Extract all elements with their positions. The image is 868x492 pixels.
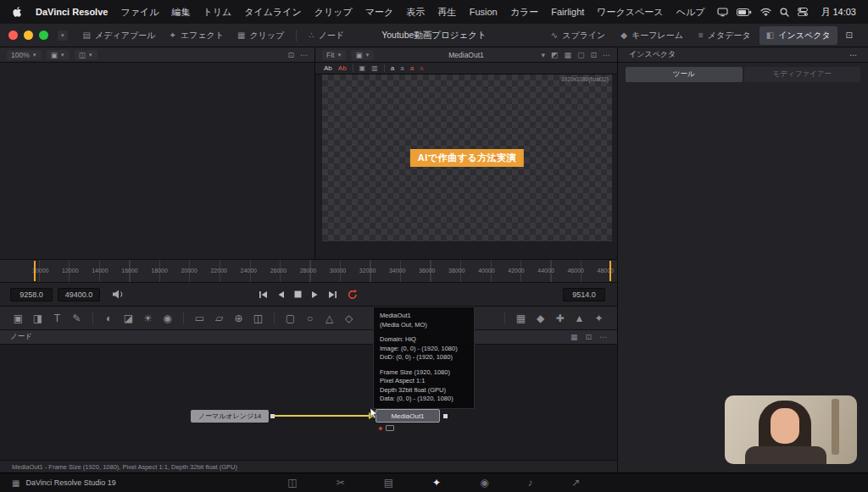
stop-button[interactable] <box>294 290 302 298</box>
node-viewer-indicator[interactable] <box>386 425 394 431</box>
loop-button[interactable] <box>347 289 359 300</box>
wifi-icon[interactable] <box>760 8 771 16</box>
menu-view[interactable]: 表示 <box>406 6 425 19</box>
nodes-button[interactable]: ∴ ノード <box>302 26 351 45</box>
text-color-grey-button[interactable]: a <box>400 64 403 72</box>
minimize-window-button[interactable] <box>24 30 33 40</box>
resize-tool-icon[interactable]: ▱ <box>213 312 225 324</box>
page-media-icon[interactable]: ◫ <box>287 477 297 489</box>
brightness-tool-icon[interactable]: ☀ <box>142 312 154 324</box>
page-edit-icon[interactable]: ▤ <box>384 477 393 489</box>
page-fusion-icon[interactable]: ✦ <box>432 477 441 489</box>
menu-mark[interactable]: マーク <box>365 6 394 19</box>
viewer-lut-dropdown-icon[interactable]: ▾ <box>541 51 545 59</box>
grid-view-icon[interactable]: ▦ <box>564 51 571 59</box>
clips-button[interactable]: ▦ クリップ <box>231 26 291 45</box>
blur-tool-icon[interactable]: ◉ <box>161 312 174 324</box>
expand-viewer-icon[interactable]: ⊡ <box>590 51 597 59</box>
expand-viewer-icon[interactable]: ⊡ <box>287 51 294 59</box>
page-deliver-icon[interactable]: ↗ <box>572 477 581 489</box>
node-view-expand-icon[interactable]: ⊡ <box>585 333 592 341</box>
home-icon[interactable]: ▦ <box>12 478 19 488</box>
gradient-tool-icon[interactable]: ◨ <box>31 312 44 324</box>
go-to-end-button[interactable] <box>328 290 337 299</box>
keyframes-button[interactable]: ◆ キーフレーム <box>614 26 690 45</box>
playhead[interactable] <box>34 261 36 281</box>
menu-workspace[interactable]: ワークスペース <box>597 6 663 19</box>
display-icon[interactable] <box>717 8 728 17</box>
color-curves-tool-icon[interactable]: ◪ <box>122 312 135 324</box>
text-color-red-button[interactable]: a <box>410 64 414 72</box>
render-range-start-field[interactable]: 9258.0 <box>10 288 53 301</box>
battery-icon[interactable] <box>737 8 752 16</box>
page-fairlight-icon[interactable]: ♪ <box>528 477 533 489</box>
apple-menu-icon[interactable] <box>12 6 23 18</box>
color-corrector-tool-icon[interactable]: ◐ <box>103 312 115 324</box>
polygon-mask-icon[interactable]: △ <box>323 312 336 324</box>
ellipse-mask-icon[interactable]: ○ <box>303 312 316 324</box>
merge3d-tool-icon[interactable]: ✚ <box>554 312 566 324</box>
node-normal-orange[interactable]: ノーマルオレンジ14 <box>191 410 269 423</box>
media-pool-button[interactable]: ▤ メディアプール <box>76 26 163 45</box>
page-cut-icon[interactable]: ✂ <box>337 477 345 489</box>
inspector-options-icon[interactable]: ⋯ <box>849 51 857 59</box>
underline-style-red-button[interactable]: Ab <box>338 64 347 72</box>
background-tool-icon[interactable]: ▣ <box>12 312 25 324</box>
rectangle-mask-icon[interactable]: ▢ <box>284 312 297 324</box>
node-connection-wire[interactable] <box>274 415 370 417</box>
menu-timeline[interactable]: タイムライン <box>244 6 302 19</box>
page-color-icon[interactable]: ◉ <box>480 477 488 489</box>
paint-tool-icon[interactable]: ✎ <box>70 312 83 324</box>
inspector-button[interactable]: ◧ インスペクタ <box>760 26 837 45</box>
menu-fairlight[interactable]: Fairlight <box>551 7 584 17</box>
go-to-start-button[interactable] <box>259 290 268 299</box>
right-channel-dropdown[interactable]: ▣ ▼ <box>351 50 374 60</box>
viewer-options-icon[interactable]: ⋯ <box>603 51 610 59</box>
menu-app-name[interactable]: DaVinci Resolve <box>36 7 108 17</box>
step-back-button[interactable] <box>277 290 285 299</box>
left-zoom-dropdown[interactable]: 100% ▼ <box>7 50 42 60</box>
align-left-icon[interactable]: ▣ <box>359 64 366 72</box>
split-view-icon[interactable]: ◩ <box>551 51 559 59</box>
tab-modifiers[interactable]: モディファイアー <box>744 67 861 82</box>
menu-edit[interactable]: 編集 <box>171 6 190 19</box>
text-color-darkred-button[interactable]: a <box>420 64 423 72</box>
clean-feed-icon[interactable]: ⊡ <box>839 27 860 43</box>
matte-control-tool-icon[interactable]: ◫ <box>252 312 264 324</box>
close-window-button[interactable] <box>8 30 18 40</box>
menu-playback[interactable]: 再生 <box>437 6 456 19</box>
frame-icon[interactable]: ▢ <box>577 51 585 59</box>
viewer-canvas[interactable]: 1920x1080(float32) AIで作曲する方法実演 <box>322 75 612 241</box>
text-overlay-banner[interactable]: AIで作曲する方法実演 <box>410 149 524 167</box>
node-graph[interactable]: ノーマルオレンジ14 MediaOut1 <box>0 345 617 460</box>
text-color-white-button[interactable]: a <box>391 64 394 72</box>
left-channel-dropdown[interactable]: ▣ ▼ <box>47 50 70 60</box>
renderer3d-tool-icon[interactable]: ✦ <box>593 312 605 324</box>
tab-tools[interactable]: ツール <box>626 67 743 82</box>
play-button[interactable] <box>311 290 319 299</box>
menu-fusion[interactable]: Fusion <box>470 7 498 17</box>
imageplane3d-tool-icon[interactable]: ▦ <box>515 312 527 324</box>
search-icon[interactable] <box>780 8 789 17</box>
merge-tool-icon[interactable]: ⊕ <box>232 312 245 324</box>
menu-trim[interactable]: トリム <box>203 6 231 19</box>
bspline-mask-icon[interactable]: ◇ <box>342 312 355 324</box>
effects-button[interactable]: ✦ エフェクト <box>162 26 231 45</box>
spline-button[interactable]: ∿ スプライン <box>544 26 613 45</box>
current-frame-field[interactable]: 9514.0 <box>563 288 605 301</box>
node-view-grid-icon[interactable]: ▦ <box>570 333 578 341</box>
transform-tool-icon[interactable]: ▭ <box>193 312 206 324</box>
node-panel-options-icon[interactable]: ⋯ <box>599 333 607 341</box>
render-range-end-marker[interactable] <box>609 261 611 281</box>
underline-style-button[interactable]: Ab <box>324 64 332 72</box>
fit-zoom-dropdown[interactable]: Fit ▼ <box>322 50 346 60</box>
menu-color[interactable]: カラー <box>510 6 539 19</box>
audio-mute-icon[interactable] <box>112 290 125 299</box>
control-center-icon[interactable] <box>798 8 808 16</box>
menu-help[interactable]: ヘルプ <box>676 6 705 19</box>
left-options-dropdown[interactable]: ◫ ▼ <box>75 50 97 60</box>
menu-clock[interactable]: 月 14:03 <box>821 6 856 19</box>
viewer-options-icon[interactable]: ⋯ <box>300 51 308 59</box>
zoom-window-button[interactable] <box>39 30 48 40</box>
align-center-icon[interactable]: ▥ <box>371 64 378 72</box>
